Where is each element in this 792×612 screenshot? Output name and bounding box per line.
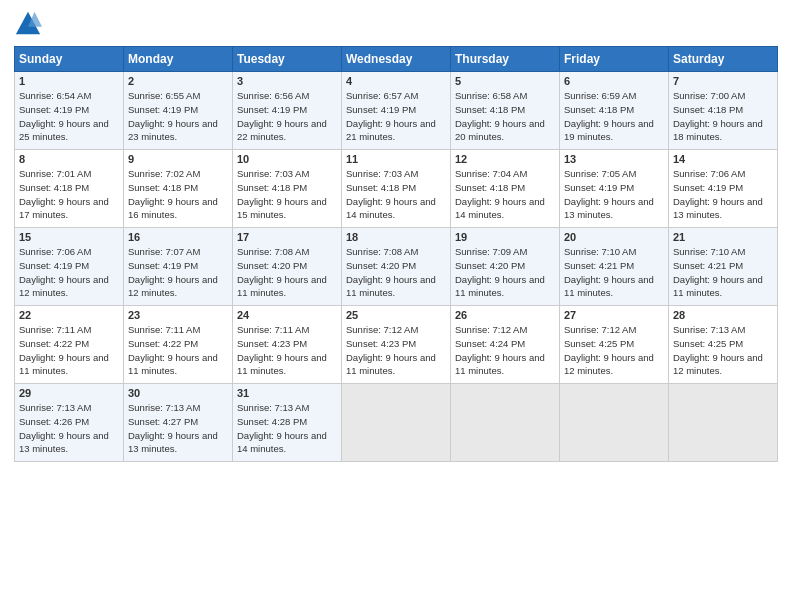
calendar-cell: 8Sunrise: 7:01 AMSunset: 4:18 PMDaylight… [15, 150, 124, 228]
day-number: 20 [564, 231, 664, 243]
header-row: SundayMondayTuesdayWednesdayThursdayFrid… [15, 47, 778, 72]
day-info: Sunrise: 7:11 AMSunset: 4:22 PMDaylight:… [19, 323, 119, 378]
calendar-cell: 24Sunrise: 7:11 AMSunset: 4:23 PMDayligh… [233, 306, 342, 384]
calendar-cell: 15Sunrise: 7:06 AMSunset: 4:19 PMDayligh… [15, 228, 124, 306]
day-number: 13 [564, 153, 664, 165]
day-info: Sunrise: 7:01 AMSunset: 4:18 PMDaylight:… [19, 167, 119, 222]
day-number: 6 [564, 75, 664, 87]
day-info: Sunrise: 7:08 AMSunset: 4:20 PMDaylight:… [346, 245, 446, 300]
day-number: 7 [673, 75, 773, 87]
day-info: Sunrise: 7:12 AMSunset: 4:24 PMDaylight:… [455, 323, 555, 378]
day-info: Sunrise: 7:11 AMSunset: 4:22 PMDaylight:… [128, 323, 228, 378]
calendar-cell: 9Sunrise: 7:02 AMSunset: 4:18 PMDaylight… [124, 150, 233, 228]
day-number: 8 [19, 153, 119, 165]
calendar-cell: 2Sunrise: 6:55 AMSunset: 4:19 PMDaylight… [124, 72, 233, 150]
calendar-cell: 21Sunrise: 7:10 AMSunset: 4:21 PMDayligh… [669, 228, 778, 306]
day-info: Sunrise: 7:13 AMSunset: 4:25 PMDaylight:… [673, 323, 773, 378]
day-number: 31 [237, 387, 337, 399]
day-number: 28 [673, 309, 773, 321]
calendar-week-row: 15Sunrise: 7:06 AMSunset: 4:19 PMDayligh… [15, 228, 778, 306]
day-info: Sunrise: 7:05 AMSunset: 4:19 PMDaylight:… [564, 167, 664, 222]
day-number: 25 [346, 309, 446, 321]
calendar-cell: 23Sunrise: 7:11 AMSunset: 4:22 PMDayligh… [124, 306, 233, 384]
calendar-cell: 20Sunrise: 7:10 AMSunset: 4:21 PMDayligh… [560, 228, 669, 306]
calendar-cell: 27Sunrise: 7:12 AMSunset: 4:25 PMDayligh… [560, 306, 669, 384]
calendar-body: 1Sunrise: 6:54 AMSunset: 4:19 PMDaylight… [15, 72, 778, 462]
day-info: Sunrise: 6:56 AMSunset: 4:19 PMDaylight:… [237, 89, 337, 144]
calendar-cell: 14Sunrise: 7:06 AMSunset: 4:19 PMDayligh… [669, 150, 778, 228]
header [14, 10, 778, 38]
logo [14, 10, 46, 38]
calendar-cell: 28Sunrise: 7:13 AMSunset: 4:25 PMDayligh… [669, 306, 778, 384]
header-day: Friday [560, 47, 669, 72]
calendar-week-row: 8Sunrise: 7:01 AMSunset: 4:18 PMDaylight… [15, 150, 778, 228]
calendar-week-row: 29Sunrise: 7:13 AMSunset: 4:26 PMDayligh… [15, 384, 778, 462]
day-number: 22 [19, 309, 119, 321]
calendar-cell: 29Sunrise: 7:13 AMSunset: 4:26 PMDayligh… [15, 384, 124, 462]
calendar-week-row: 22Sunrise: 7:11 AMSunset: 4:22 PMDayligh… [15, 306, 778, 384]
header-day: Sunday [15, 47, 124, 72]
day-info: Sunrise: 6:58 AMSunset: 4:18 PMDaylight:… [455, 89, 555, 144]
header-day: Wednesday [342, 47, 451, 72]
calendar-cell: 30Sunrise: 7:13 AMSunset: 4:27 PMDayligh… [124, 384, 233, 462]
day-info: Sunrise: 7:00 AMSunset: 4:18 PMDaylight:… [673, 89, 773, 144]
day-info: Sunrise: 7:06 AMSunset: 4:19 PMDaylight:… [673, 167, 773, 222]
day-number: 15 [19, 231, 119, 243]
calendar-table: SundayMondayTuesdayWednesdayThursdayFrid… [14, 46, 778, 462]
day-info: Sunrise: 7:12 AMSunset: 4:23 PMDaylight:… [346, 323, 446, 378]
day-number: 17 [237, 231, 337, 243]
day-info: Sunrise: 7:13 AMSunset: 4:27 PMDaylight:… [128, 401, 228, 456]
day-number: 3 [237, 75, 337, 87]
calendar-cell: 19Sunrise: 7:09 AMSunset: 4:20 PMDayligh… [451, 228, 560, 306]
day-number: 21 [673, 231, 773, 243]
day-info: Sunrise: 6:54 AMSunset: 4:19 PMDaylight:… [19, 89, 119, 144]
calendar-cell: 11Sunrise: 7:03 AMSunset: 4:18 PMDayligh… [342, 150, 451, 228]
day-number: 29 [19, 387, 119, 399]
header-day: Tuesday [233, 47, 342, 72]
day-number: 18 [346, 231, 446, 243]
calendar-cell: 26Sunrise: 7:12 AMSunset: 4:24 PMDayligh… [451, 306, 560, 384]
day-info: Sunrise: 7:09 AMSunset: 4:20 PMDaylight:… [455, 245, 555, 300]
day-number: 26 [455, 309, 555, 321]
day-info: Sunrise: 7:04 AMSunset: 4:18 PMDaylight:… [455, 167, 555, 222]
day-info: Sunrise: 6:55 AMSunset: 4:19 PMDaylight:… [128, 89, 228, 144]
day-number: 4 [346, 75, 446, 87]
day-number: 23 [128, 309, 228, 321]
day-info: Sunrise: 7:13 AMSunset: 4:26 PMDaylight:… [19, 401, 119, 456]
calendar-cell [451, 384, 560, 462]
calendar-header: SundayMondayTuesdayWednesdayThursdayFrid… [15, 47, 778, 72]
calendar-cell: 25Sunrise: 7:12 AMSunset: 4:23 PMDayligh… [342, 306, 451, 384]
calendar-cell: 3Sunrise: 6:56 AMSunset: 4:19 PMDaylight… [233, 72, 342, 150]
day-info: Sunrise: 7:02 AMSunset: 4:18 PMDaylight:… [128, 167, 228, 222]
page: SundayMondayTuesdayWednesdayThursdayFrid… [0, 0, 792, 612]
calendar-cell: 16Sunrise: 7:07 AMSunset: 4:19 PMDayligh… [124, 228, 233, 306]
calendar-week-row: 1Sunrise: 6:54 AMSunset: 4:19 PMDaylight… [15, 72, 778, 150]
day-number: 27 [564, 309, 664, 321]
calendar-cell: 13Sunrise: 7:05 AMSunset: 4:19 PMDayligh… [560, 150, 669, 228]
day-info: Sunrise: 7:06 AMSunset: 4:19 PMDaylight:… [19, 245, 119, 300]
calendar-cell [669, 384, 778, 462]
day-number: 9 [128, 153, 228, 165]
day-info: Sunrise: 7:03 AMSunset: 4:18 PMDaylight:… [346, 167, 446, 222]
day-number: 2 [128, 75, 228, 87]
day-number: 16 [128, 231, 228, 243]
day-number: 30 [128, 387, 228, 399]
day-number: 10 [237, 153, 337, 165]
day-number: 12 [455, 153, 555, 165]
calendar-cell: 7Sunrise: 7:00 AMSunset: 4:18 PMDaylight… [669, 72, 778, 150]
calendar-cell [560, 384, 669, 462]
calendar-cell: 22Sunrise: 7:11 AMSunset: 4:22 PMDayligh… [15, 306, 124, 384]
day-info: Sunrise: 7:11 AMSunset: 4:23 PMDaylight:… [237, 323, 337, 378]
calendar-cell: 6Sunrise: 6:59 AMSunset: 4:18 PMDaylight… [560, 72, 669, 150]
day-info: Sunrise: 7:07 AMSunset: 4:19 PMDaylight:… [128, 245, 228, 300]
day-number: 5 [455, 75, 555, 87]
calendar-cell: 10Sunrise: 7:03 AMSunset: 4:18 PMDayligh… [233, 150, 342, 228]
day-number: 19 [455, 231, 555, 243]
day-number: 24 [237, 309, 337, 321]
day-info: Sunrise: 7:10 AMSunset: 4:21 PMDaylight:… [564, 245, 664, 300]
calendar-cell: 31Sunrise: 7:13 AMSunset: 4:28 PMDayligh… [233, 384, 342, 462]
calendar-cell: 17Sunrise: 7:08 AMSunset: 4:20 PMDayligh… [233, 228, 342, 306]
header-day: Monday [124, 47, 233, 72]
calendar-cell: 12Sunrise: 7:04 AMSunset: 4:18 PMDayligh… [451, 150, 560, 228]
calendar-cell: 1Sunrise: 6:54 AMSunset: 4:19 PMDaylight… [15, 72, 124, 150]
